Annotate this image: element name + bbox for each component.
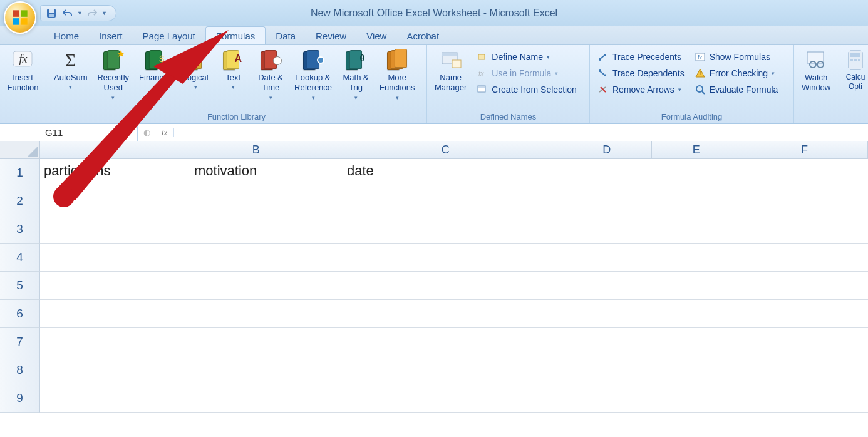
row-header-6[interactable]: 6 bbox=[0, 300, 40, 328]
watch-window-button[interactable]: Watch Window bbox=[798, 46, 834, 96]
tab-home[interactable]: Home bbox=[44, 27, 89, 44]
cell-F9[interactable] bbox=[775, 384, 868, 413]
cell-E4[interactable] bbox=[681, 244, 775, 272]
col-header-C[interactable]: C bbox=[329, 141, 562, 158]
cell-A8[interactable] bbox=[40, 356, 190, 384]
cell-C2[interactable] bbox=[343, 187, 587, 215]
cell-F6[interactable] bbox=[775, 300, 868, 328]
trace-dependents-button[interactable]: Trace Dependents bbox=[594, 66, 688, 80]
cell-B8[interactable] bbox=[190, 356, 343, 384]
cell-A2[interactable] bbox=[40, 187, 190, 215]
cell-D3[interactable] bbox=[587, 215, 681, 244]
tab-review[interactable]: Review bbox=[306, 27, 356, 44]
math-trig-button[interactable]: θ Math & Trig▾ bbox=[338, 46, 373, 104]
cell-E9[interactable] bbox=[681, 384, 775, 413]
cell-F8[interactable] bbox=[775, 356, 868, 384]
trace-precedents-button[interactable]: Trace Precedents bbox=[594, 50, 688, 64]
cell-E6[interactable] bbox=[681, 300, 775, 328]
define-name-button[interactable]: Define Name ▾ bbox=[473, 50, 580, 64]
error-checking-button[interactable]: ! Error Checking ▾ bbox=[691, 66, 782, 80]
col-header-E[interactable]: E bbox=[652, 141, 741, 158]
name-box[interactable]: ▼ bbox=[0, 124, 138, 141]
fx-label-icon[interactable]: fx bbox=[155, 128, 174, 137]
cell-B2[interactable] bbox=[190, 187, 343, 215]
cell-D6[interactable] bbox=[587, 300, 681, 328]
create-from-selection-button[interactable]: Create from Selection bbox=[473, 83, 580, 96]
date-time-button[interactable]: Date & Time▾ bbox=[253, 46, 288, 104]
cell-D1[interactable] bbox=[587, 159, 681, 187]
cell-E1[interactable] bbox=[681, 159, 775, 187]
cell-C5[interactable] bbox=[343, 272, 587, 300]
cell-F2[interactable] bbox=[775, 187, 868, 215]
cell-B6[interactable] bbox=[190, 300, 343, 328]
row-header-1[interactable]: 1 bbox=[0, 159, 40, 187]
col-header-F[interactable]: F bbox=[741, 141, 868, 158]
cell-E5[interactable] bbox=[681, 272, 775, 300]
row-header-8[interactable]: 8 bbox=[0, 356, 40, 384]
text-button[interactable]: A Text▾ bbox=[215, 46, 251, 94]
tab-page-layout[interactable]: Page Layout bbox=[133, 27, 205, 44]
row-header-4[interactable]: 4 bbox=[0, 244, 40, 272]
cell-D4[interactable] bbox=[587, 244, 681, 272]
remove-arrows-button[interactable]: Remove Arrows ▾ bbox=[594, 83, 688, 96]
logical-button[interactable]: ? Logical▾ bbox=[178, 46, 213, 94]
tab-formulas[interactable]: Formulas bbox=[205, 26, 266, 44]
cell-A5[interactable] bbox=[40, 272, 190, 300]
evaluate-formula-button[interactable]: Evaluate Formula bbox=[691, 83, 782, 96]
namebox-dd-icon[interactable]: ▼ bbox=[126, 129, 132, 136]
undo-dd-icon[interactable]: ▼ bbox=[77, 10, 83, 16]
cell-D5[interactable] bbox=[587, 272, 681, 300]
cell-D9[interactable] bbox=[587, 384, 681, 413]
cell-D7[interactable] bbox=[587, 328, 681, 356]
cell-F3[interactable] bbox=[775, 215, 868, 244]
cell-B4[interactable] bbox=[190, 244, 343, 272]
row-header-7[interactable]: 7 bbox=[0, 328, 40, 356]
cell-B7[interactable] bbox=[190, 328, 343, 356]
cell-D2[interactable] bbox=[587, 187, 681, 215]
cell-C1[interactable]: date bbox=[343, 159, 587, 187]
cell-F7[interactable] bbox=[775, 328, 868, 356]
lookup-ref-button[interactable]: Lookup & Reference▾ bbox=[291, 46, 336, 104]
redo-icon[interactable] bbox=[85, 6, 99, 20]
tab-acrobat[interactable]: Acrobat bbox=[396, 27, 449, 44]
cell-C4[interactable] bbox=[343, 244, 587, 272]
undo-icon[interactable] bbox=[61, 6, 75, 20]
cell-E2[interactable] bbox=[681, 187, 775, 215]
insert-function-button[interactable]: fx Insert Function bbox=[4, 46, 42, 96]
cell-F4[interactable] bbox=[775, 244, 868, 272]
tab-data[interactable]: Data bbox=[266, 27, 306, 44]
cell-A6[interactable] bbox=[40, 300, 190, 328]
name-manager-button[interactable]: Name Manager bbox=[431, 46, 470, 96]
formula-cancel-icon[interactable]: ◐ bbox=[138, 128, 155, 137]
cell-B3[interactable] bbox=[190, 215, 343, 244]
cell-F1[interactable] bbox=[775, 159, 868, 187]
show-formulas-button[interactable]: fx Show Formulas bbox=[691, 50, 782, 64]
cell-C8[interactable] bbox=[343, 356, 587, 384]
row-header-9[interactable]: 9 bbox=[0, 384, 40, 413]
financial-button[interactable]: $ Financial▾ bbox=[135, 46, 175, 94]
cell-B5[interactable] bbox=[190, 272, 343, 300]
cell-B1[interactable]: motivation bbox=[190, 159, 343, 187]
select-all-corner[interactable] bbox=[0, 141, 40, 159]
cell-C7[interactable] bbox=[343, 328, 587, 356]
autosum-button[interactable]: Σ AutoSum▾ bbox=[50, 46, 91, 94]
name-box-input[interactable] bbox=[0, 127, 137, 138]
qat-dd-icon[interactable]: ▼ bbox=[101, 10, 107, 16]
row-header-5[interactable]: 5 bbox=[0, 272, 40, 300]
cell-E3[interactable] bbox=[681, 215, 775, 244]
cell-D8[interactable] bbox=[587, 356, 681, 384]
cell-E8[interactable] bbox=[681, 356, 775, 384]
cell-B9[interactable] bbox=[190, 384, 343, 413]
col-header-B[interactable]: B bbox=[183, 141, 329, 158]
tab-view[interactable]: View bbox=[356, 27, 396, 44]
recently-used-button[interactable]: ★ Recently Used▾ bbox=[93, 46, 133, 104]
col-header-D[interactable]: D bbox=[562, 141, 652, 158]
cell-C9[interactable] bbox=[343, 384, 587, 413]
calculation-options-button[interactable]: CalcuOpti bbox=[843, 46, 868, 94]
tab-insert[interactable]: Insert bbox=[89, 27, 133, 44]
cell-C3[interactable] bbox=[343, 215, 587, 244]
use-in-formula-button[interactable]: fx Use in Formula ▾ bbox=[473, 66, 580, 80]
more-functions-button[interactable]: More Functions▾ bbox=[376, 46, 418, 104]
office-button[interactable] bbox=[4, 1, 36, 34]
cell-A9[interactable] bbox=[40, 384, 190, 413]
